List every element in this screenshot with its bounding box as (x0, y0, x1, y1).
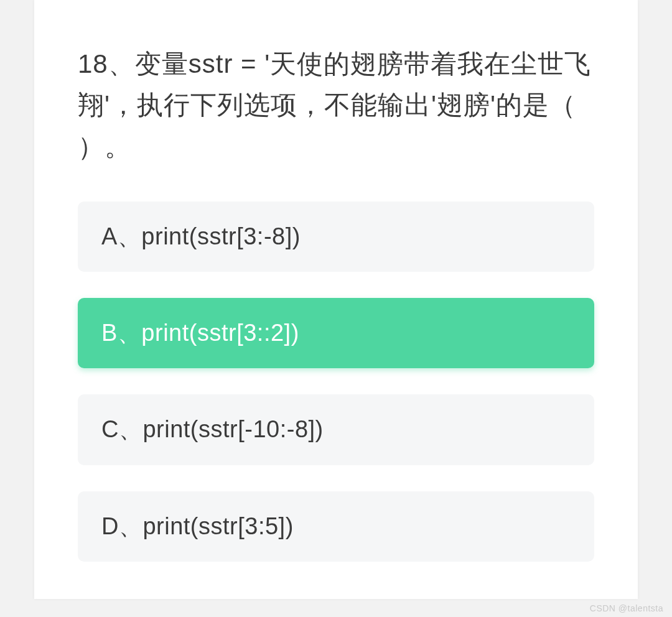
option-a[interactable]: A、print(sstr[3:-8]) (78, 202, 594, 272)
option-c[interactable]: C、print(sstr[-10:-8]) (78, 394, 594, 465)
question-card: 18、变量sstr = '天使的翅膀带着我在尘世飞翔'，执行下列选项，不能输出'… (34, 0, 638, 599)
option-list: A、print(sstr[3:-8]) B、print(sstr[3::2]) … (78, 202, 594, 562)
question-text: 18、变量sstr = '天使的翅膀带着我在尘世飞翔'，执行下列选项，不能输出'… (78, 44, 594, 167)
option-d[interactable]: D、print(sstr[3:5]) (78, 491, 594, 562)
option-b[interactable]: B、print(sstr[3::2]) (78, 298, 594, 368)
watermark-text: CSDN @talentsta (590, 603, 663, 613)
